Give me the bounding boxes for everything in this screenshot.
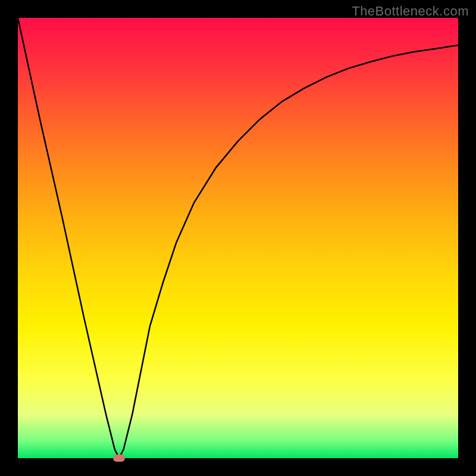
watermark-text: TheBottleneck.com bbox=[352, 4, 469, 19]
plot-area bbox=[18, 18, 458, 458]
chart-frame: TheBottleneck.com bbox=[0, 0, 476, 476]
curve-line bbox=[18, 18, 458, 458]
optimum-marker bbox=[113, 455, 125, 462]
chart-svg bbox=[18, 18, 458, 458]
